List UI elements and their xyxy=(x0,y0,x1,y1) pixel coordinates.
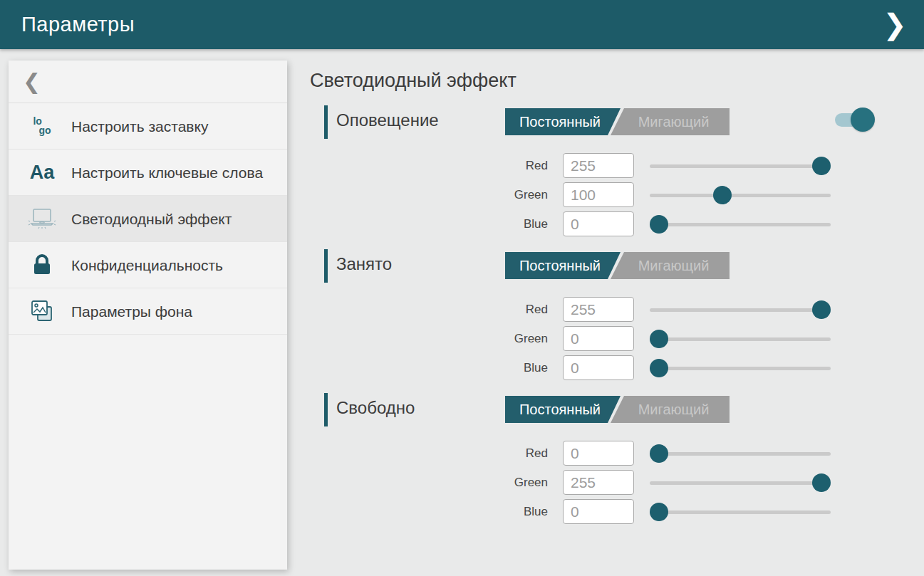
sidebar-back-button[interactable]: ❮ xyxy=(9,61,287,103)
mode-option-blinking[interactable]: Мигающий xyxy=(611,108,730,135)
mode-option-blinking[interactable]: Мигающий xyxy=(611,252,730,279)
channel-row: Green xyxy=(310,468,924,497)
sidebar-item-3[interactable]: Конфиденциальность xyxy=(9,242,287,288)
slider-thumb[interactable] xyxy=(650,503,668,521)
channel-slider[interactable] xyxy=(650,503,831,521)
slider-thumb[interactable] xyxy=(650,444,668,463)
channel-value-input[interactable] xyxy=(563,441,634,466)
logo-icon: logo xyxy=(26,117,58,135)
lock-icon xyxy=(26,253,58,277)
slider-thumb[interactable] xyxy=(650,330,668,348)
channel-row: Green xyxy=(310,324,924,353)
channel-value-input[interactable] xyxy=(563,297,634,322)
section-header: Оповещение Постоянный Мигающий xyxy=(310,105,924,140)
slider-thumb[interactable] xyxy=(812,473,831,492)
sidebar-item-label: Конфиденциальность xyxy=(71,256,223,275)
channel-label: Green xyxy=(310,188,563,202)
channel-slider[interactable] xyxy=(650,186,831,204)
channel-value-input[interactable] xyxy=(563,355,634,380)
sidebar-item-2[interactable]: Светодиодный эффект xyxy=(9,196,287,242)
section-name: Оповещение xyxy=(336,110,439,130)
slider-track xyxy=(650,367,831,370)
accent-bar xyxy=(324,393,328,426)
channel-row: Red xyxy=(310,295,924,324)
channel-label: Blue xyxy=(310,217,563,231)
switch-knob xyxy=(851,108,875,132)
mode-option-blinking[interactable]: Мигающий xyxy=(611,396,730,423)
sidebar-item-4[interactable]: Параметры фона xyxy=(9,288,287,335)
section-name: Занято xyxy=(336,254,392,274)
channel-label: Blue xyxy=(310,505,563,519)
channel-label: Green xyxy=(310,476,563,490)
channel-slider[interactable] xyxy=(650,157,831,175)
settings-sidebar: ❮ logo Настроить заставку Aa Настроить к… xyxy=(9,61,287,570)
mode-option-constant[interactable]: Постоянный xyxy=(505,396,621,423)
channel-label: Red xyxy=(310,303,563,317)
slider-track xyxy=(650,481,831,485)
slider-track xyxy=(650,452,831,456)
slider-track xyxy=(650,337,831,341)
slider-thumb[interactable] xyxy=(812,157,831,175)
slider-thumb[interactable] xyxy=(650,359,668,377)
channel-value-input[interactable] xyxy=(563,182,634,207)
channel-row: Red xyxy=(310,151,924,180)
led-section-0: Оповещение Постоянный Мигающий Red Green xyxy=(310,105,924,140)
section-header: Занято Постоянный Мигающий xyxy=(310,249,924,283)
channel-rows: Red Green Blue xyxy=(310,439,924,526)
slider-thumb[interactable] xyxy=(650,215,668,234)
channel-rows: Red Green Blue xyxy=(310,151,924,239)
sidebar-item-label: Параметры фона xyxy=(71,302,192,321)
sidebar-item-label: Настроить ключевые слова xyxy=(71,163,263,182)
accent-bar xyxy=(324,105,328,139)
slider-track xyxy=(650,194,831,197)
led-effect-panel: Светодиодный эффект Оповещение Постоянны… xyxy=(310,0,924,576)
background-images-icon xyxy=(26,298,58,324)
channel-value-input[interactable] xyxy=(563,499,634,524)
enable-switch[interactable] xyxy=(834,107,875,132)
channel-slider[interactable] xyxy=(650,473,831,492)
keywords-icon: Aa xyxy=(26,163,58,182)
channel-slider[interactable] xyxy=(650,359,831,377)
mode-option-constant[interactable]: Постоянный xyxy=(505,108,621,135)
channel-row: Blue xyxy=(310,497,924,526)
collapse-panel-button[interactable]: ❯ xyxy=(876,6,914,43)
slider-thumb[interactable] xyxy=(812,300,831,319)
section-title: Светодиодный эффект xyxy=(310,70,516,92)
mode-option-constant[interactable]: Постоянный xyxy=(505,252,621,279)
led-section-1: Занято Постоянный Мигающий Red Green Blu… xyxy=(310,249,924,283)
chevron-right-icon: ❯ xyxy=(883,8,907,41)
led-section-2: Свободно Постоянный Мигающий Red Green B… xyxy=(310,393,924,427)
section-name: Свободно xyxy=(336,398,415,418)
sidebar-item-0[interactable]: logo Настроить заставку xyxy=(9,103,287,150)
slider-track xyxy=(650,510,831,514)
channel-slider[interactable] xyxy=(650,330,831,348)
channel-slider[interactable] xyxy=(650,215,831,234)
channel-row: Blue xyxy=(310,209,924,239)
page-title: Параметры xyxy=(21,13,135,36)
app-header: Параметры ❯ xyxy=(0,0,924,49)
slider-thumb[interactable] xyxy=(713,186,732,204)
sidebar-item-label: Светодиодный эффект xyxy=(71,209,232,229)
channel-label: Red xyxy=(310,446,563,461)
channel-slider[interactable] xyxy=(650,300,831,319)
mode-toggle: Постоянный Мигающий xyxy=(505,252,730,279)
sidebar-item-1[interactable]: Aa Настроить ключевые слова xyxy=(9,150,287,196)
channel-rows: Red Green Blue xyxy=(310,295,924,382)
channel-value-input[interactable] xyxy=(563,470,634,495)
channel-value-input[interactable] xyxy=(563,153,634,178)
slider-track xyxy=(650,308,831,312)
mode-toggle: Постоянный Мигающий xyxy=(505,108,730,135)
channel-label: Red xyxy=(310,159,563,173)
slider-track xyxy=(650,164,831,168)
chevron-left-icon: ❮ xyxy=(23,69,41,94)
slider-track xyxy=(650,223,831,226)
channel-row: Green xyxy=(310,180,924,209)
section-header: Свободно Постоянный Мигающий xyxy=(310,393,924,427)
channel-slider[interactable] xyxy=(650,444,831,463)
led-display-icon xyxy=(26,207,58,230)
channel-row: Red xyxy=(310,439,924,468)
accent-bar xyxy=(324,249,328,283)
channel-value-input[interactable] xyxy=(563,326,634,351)
channel-value-input[interactable] xyxy=(563,211,634,236)
channel-row: Blue xyxy=(310,353,924,382)
